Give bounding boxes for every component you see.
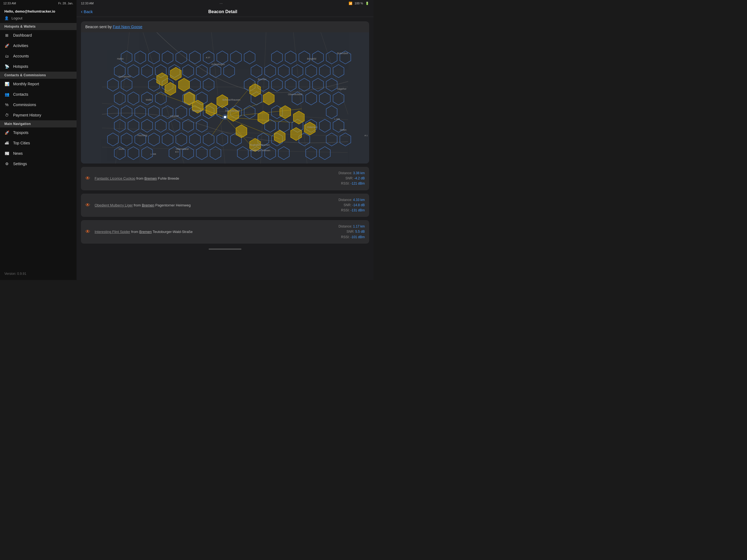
sidebar-item-label: Hotspots xyxy=(13,64,28,69)
beacon-sent-by-label: Beacon sent by xyxy=(85,25,112,29)
svg-text:L 336: L 336 xyxy=(151,153,156,155)
sidebar-item-label: Activities xyxy=(13,44,28,48)
sidebar-item-top-cities[interactable]: 🏙 Top Cities xyxy=(0,138,77,148)
version-label: Version: 0.9.91 xyxy=(0,268,77,280)
result-name-link[interactable]: Fantastic Licorice Cuckoo xyxy=(95,176,135,180)
result-info-3: Interesting Flint Spider from Bremen Teu… xyxy=(95,230,334,234)
svg-point-149 xyxy=(224,116,226,119)
wifi-icon: 📶 xyxy=(349,2,353,5)
monthly-report-icon: 📊 xyxy=(4,81,9,86)
section-header-contacts: Contacts & Commissions xyxy=(0,72,77,79)
distance-value-1: 3.38 km xyxy=(353,171,365,175)
svg-text:Borgfeld: Borgfeld xyxy=(307,57,316,60)
svg-text:Schwachhausen: Schwachhausen xyxy=(222,98,240,101)
dashboard-icon: ⊞ xyxy=(4,33,9,38)
top-right-status: 📶 100 % 🔋 xyxy=(349,2,369,5)
svg-text:Osternolz: Osternolz xyxy=(307,126,318,128)
result-row: 👁 Fantastic Licorice Cuckoo from Bremen … xyxy=(81,167,369,190)
sidebar-item-label: Monthly Report xyxy=(13,82,39,86)
result-name-link[interactable]: Interesting Flint Spider xyxy=(95,230,130,234)
sidebar-item-dashboard[interactable]: ⊞ Dashboard xyxy=(0,30,77,41)
logout-button[interactable]: 👤 Logout xyxy=(0,15,77,23)
snr-label-2: SNR: xyxy=(344,203,352,207)
svg-text:Findorff: Findorff xyxy=(170,115,179,118)
sidebar-item-payment-history[interactable]: ⏱ Payment History xyxy=(0,110,77,120)
top-status-bar: 12:33 AM ··· 📶 100 % 🔋 xyxy=(77,0,374,6)
sidebar-item-hotspots[interactable]: 📡 Hotspots xyxy=(0,61,77,72)
result-info-2: Obedient Mulberry Liger from Bremen Page… xyxy=(95,203,334,207)
battery-label: 100 % xyxy=(355,2,363,5)
result-info-1: Fantastic Licorice Cuckoo from Bremen Fu… xyxy=(95,176,334,180)
snr-label-1: SNR: xyxy=(345,176,353,180)
svg-text:Neustadt: Neustadt xyxy=(192,109,202,112)
svg-text:Butendiek: Butendiek xyxy=(337,52,349,55)
result-row: 👁 Interesting Flint Spider from Bremen T… xyxy=(81,220,369,244)
rssi-label-2: RSSI: xyxy=(341,208,350,212)
sidebar-item-accounts[interactable]: 🗂 Accounts xyxy=(0,51,77,61)
accounts-icon: 🗂 xyxy=(4,54,9,58)
beacon-header: Beacon sent by Fast Navy Goose xyxy=(81,21,369,32)
rssi-label-3: RSSI: xyxy=(341,235,350,239)
sidebar-item-label: Top Cities xyxy=(13,141,30,145)
rssi-label-1: RSSI: xyxy=(341,182,350,185)
svg-text:B 6: B 6 xyxy=(175,151,179,153)
topspots-icon: 🚀 xyxy=(4,130,9,135)
battery-icon: 🔋 xyxy=(365,2,369,5)
settings-icon: ⚙ xyxy=(4,161,9,166)
sidebar-item-label: Payment History xyxy=(13,113,41,117)
svg-text:Östl. Vorstadt: Östl. Vorstadt xyxy=(225,109,240,112)
contacts-icon: 👥 xyxy=(4,92,9,97)
top-dots: ··· xyxy=(220,1,223,5)
commissions-icon: % xyxy=(4,102,9,107)
distance-value-2: 4.33 km xyxy=(353,198,365,202)
map-svg: Bremen Seehausen Hafen Gröpelingen Walle… xyxy=(81,32,369,163)
sidebar-status-bar: 12:33 AM Fr. 28. Jan. xyxy=(0,0,77,6)
svg-text:Seehausen: Seehausen xyxy=(119,75,131,78)
sidebar-item-settings[interactable]: ⚙ Settings xyxy=(0,159,77,169)
back-button[interactable]: ‹ Back xyxy=(81,9,93,15)
result-name-link[interactable]: Obedient Mulberry Liger xyxy=(95,203,133,207)
rssi-value-3: -101 dBm xyxy=(351,235,365,239)
sidebar-item-label: Contacts xyxy=(13,92,28,97)
result-row: 👁 Obedient Mulberry Liger from Bremen Pa… xyxy=(81,194,369,217)
snr-value-2: -14.8 dB xyxy=(353,203,365,207)
logout-label: Logout xyxy=(11,16,22,20)
beacon-map: Bremen Seehausen Hafen Gröpelingen Walle… xyxy=(81,32,369,163)
scroll-pill[interactable] xyxy=(209,249,241,250)
sidebar-item-label: Dashboard xyxy=(13,33,32,37)
result-stats-1: Distance: 3.38 km SNR: -4.2 dB RSSI: -12… xyxy=(338,171,365,186)
snr-value-3: 5.5 dB xyxy=(355,230,365,233)
beacon-name-link[interactable]: Fast Navy Goose xyxy=(113,25,142,29)
sidebar-item-contacts[interactable]: 👥 Contacts xyxy=(0,89,77,100)
sidebar-item-label: Commissions xyxy=(13,103,36,107)
back-label: Back xyxy=(84,9,93,14)
sidebar-item-commissions[interactable]: % Commissions xyxy=(0,100,77,110)
beacon-card: Beacon sent by Fast Navy Goose xyxy=(81,21,369,163)
sidebar-greeting: Hello, demo@heliumtracker.io xyxy=(0,6,77,15)
sidebar-item-label: Topspots xyxy=(13,130,28,135)
result-stats-2: Distance: 4.33 km SNR: -14.8 dB RSSI: -1… xyxy=(338,198,365,213)
sidebar-item-monthly-report[interactable]: 📊 Monthly Report xyxy=(0,79,77,89)
snr-label-3: SNR: xyxy=(346,230,354,233)
eye-icon: 👁 xyxy=(85,176,90,181)
svg-text:Ovten: Ovten xyxy=(340,128,346,131)
sidebar-item-topspots[interactable]: 🚀 Topspots xyxy=(0,127,77,138)
svg-text:Bremen: Bremen xyxy=(258,78,266,81)
content-area: Beacon sent by Fast Navy Goose xyxy=(77,17,374,280)
rssi-value-1: -121 dBm xyxy=(351,182,365,185)
rssi-value-2: -131 dBm xyxy=(351,208,365,212)
top-cities-icon: 🏙 xyxy=(4,141,9,146)
eye-icon: 👁 xyxy=(85,229,90,235)
svg-text:Kladdinger Wiesen: Kladdinger Wiesen xyxy=(250,149,271,152)
main-content: 12:33 AM ··· 📶 100 % 🔋 ‹ Back Beacon Det… xyxy=(77,0,374,280)
distance-label-2: Distance: xyxy=(338,198,352,202)
sidebar-item-news[interactable]: 📰 News xyxy=(0,148,77,159)
eye-icon: 👁 xyxy=(85,202,90,208)
svg-text:Sagehor: Sagehor xyxy=(337,87,346,90)
sidebar-item-activities[interactable]: 🚀 Activities xyxy=(0,41,77,51)
svg-text:Flughafen Bremen: Flughafen Bremen xyxy=(250,144,270,146)
result-stats-3: Distance: 1.17 km SNR: 5.5 dB RSSI: -101… xyxy=(338,224,365,240)
distance-label-1: Distance: xyxy=(338,171,352,175)
section-header-main-nav: Main Navigation xyxy=(0,120,77,127)
sidebar-item-label: Settings xyxy=(13,161,27,166)
